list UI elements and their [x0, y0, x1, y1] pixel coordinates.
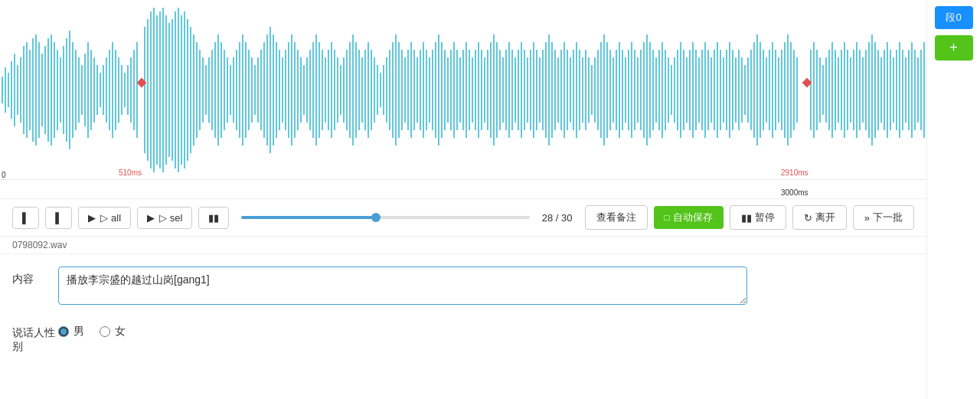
svg-rect-58 — [181, 15, 182, 165]
svg-rect-293 — [911, 42, 913, 138]
svg-rect-170 — [524, 50, 525, 130]
gender-female-label[interactable]: 女 — [100, 325, 126, 338]
drag-handle-left[interactable] — [136, 77, 148, 89]
svg-rect-30 — [90, 50, 92, 130]
svg-rect-171 — [527, 57, 528, 123]
add-btn[interactable]: + — [935, 35, 973, 61]
gender-male-radio[interactable] — [58, 326, 69, 337]
svg-rect-54 — [168, 23, 170, 157]
play-all-btn[interactable]: ▶ ▷ all — [78, 207, 131, 229]
gender-male-label[interactable]: 男 — [58, 325, 84, 338]
svg-rect-51 — [159, 11, 161, 168]
svg-rect-267 — [831, 42, 833, 138]
progress-fill — [241, 216, 376, 219]
check-note-btn[interactable]: 查看备注 — [585, 205, 648, 230]
prev-btn[interactable]: ▌ — [12, 207, 39, 229]
gender-content: 男 女 — [58, 320, 914, 338]
content-input[interactable]: 播放李宗盛的越过山岗[gang1] — [58, 267, 747, 305]
svg-rect-207 — [637, 57, 639, 123]
svg-rect-117 — [361, 57, 363, 123]
drag-handle-right[interactable] — [801, 77, 813, 89]
svg-rect-26 — [78, 57, 80, 123]
svg-rect-278 — [865, 50, 867, 130]
svg-rect-131 — [404, 57, 406, 123]
svg-rect-75 — [233, 57, 234, 123]
svg-rect-232 — [714, 50, 715, 130]
svg-rect-199 — [612, 57, 614, 123]
duan-btn[interactable]: 段0 — [935, 6, 973, 29]
svg-rect-28 — [84, 54, 86, 126]
svg-rect-256 — [787, 34, 789, 146]
svg-rect-179 — [551, 42, 553, 138]
svg-rect-56 — [175, 11, 176, 168]
svg-rect-82 — [254, 65, 256, 115]
svg-rect-266 — [828, 50, 830, 130]
progress-thumb[interactable] — [371, 213, 381, 222]
next-btn[interactable]: ▌ — [45, 207, 72, 229]
progress-track[interactable] — [241, 216, 529, 219]
svg-rect-189 — [582, 57, 583, 123]
svg-rect-286 — [890, 50, 891, 130]
svg-rect-24 — [72, 42, 74, 138]
svg-rect-4 — [11, 61, 12, 119]
svg-rect-109 — [337, 57, 338, 123]
svg-rect-84 — [260, 50, 262, 130]
progress-count: 28 / 30 — [542, 212, 573, 224]
svg-rect-91 — [282, 57, 283, 123]
next-icon: ▌ — [55, 212, 62, 224]
svg-rect-236 — [726, 50, 727, 130]
svg-rect-281 — [874, 42, 876, 138]
svg-rect-43 — [130, 57, 132, 123]
svg-rect-87 — [270, 27, 271, 153]
svg-rect-101 — [312, 42, 314, 138]
svg-rect-234 — [720, 50, 721, 130]
gender-female-radio[interactable] — [100, 326, 110, 337]
play-sel-btn[interactable]: ▶ ▷ sel — [137, 207, 192, 229]
svg-rect-270 — [841, 50, 842, 130]
radio-group: 男 女 — [58, 320, 914, 338]
svg-rect-80 — [248, 50, 250, 130]
controls-bar: ▌ ▌ ▶ ▷ all ▶ ▷ sel ▮▮ 28 / 30 查看 — [0, 199, 926, 237]
svg-rect-37 — [112, 42, 113, 138]
svg-rect-209 — [643, 42, 645, 138]
svg-rect-123 — [380, 73, 381, 107]
play-all-icon: ▶ — [88, 212, 96, 224]
svg-rect-130 — [401, 50, 403, 130]
svg-rect-94 — [291, 34, 292, 146]
svg-rect-95 — [294, 42, 296, 138]
leave-btn[interactable]: ↻ 离开 — [792, 205, 847, 230]
svg-rect-216 — [665, 50, 666, 130]
svg-marker-303 — [807, 78, 812, 88]
svg-rect-7 — [20, 57, 21, 123]
svg-rect-17 — [51, 34, 52, 146]
auto-save-btn[interactable]: □ 自动保存 — [654, 206, 724, 229]
svg-rect-161 — [496, 42, 498, 138]
svg-rect-25 — [75, 50, 77, 130]
leave-icon: ↻ — [804, 212, 812, 224]
svg-rect-190 — [585, 50, 586, 130]
svg-rect-192 — [591, 65, 593, 115]
waveform-container: 0 510ms 2910ms 3000ms — [0, 0, 926, 199]
svg-rect-100 — [309, 50, 311, 130]
next-batch-btn[interactable]: » 下一批 — [853, 205, 914, 230]
svg-rect-112 — [346, 50, 348, 130]
svg-rect-8 — [23, 46, 24, 134]
svg-rect-195 — [600, 42, 602, 138]
svg-rect-292 — [908, 50, 910, 130]
svg-rect-115 — [355, 42, 357, 138]
svg-rect-229 — [704, 42, 706, 138]
stop-btn[interactable]: ▮▮ — [198, 207, 229, 229]
svg-rect-220 — [677, 50, 678, 130]
svg-rect-5 — [14, 54, 15, 126]
svg-rect-244 — [750, 50, 752, 130]
content-input-wrap: 播放李宗盛的越过山岗[gang1] — [58, 267, 914, 308]
svg-rect-233 — [717, 42, 718, 138]
svg-rect-42 — [127, 65, 129, 115]
svg-rect-69 — [214, 42, 216, 138]
svg-rect-3 — [8, 73, 9, 107]
pause-btn[interactable]: ▮▮ 暂停 — [730, 205, 786, 230]
svg-rect-262 — [816, 50, 818, 130]
time-label-start: 510ms — [119, 168, 142, 177]
svg-rect-150 — [462, 50, 464, 130]
svg-rect-79 — [245, 42, 247, 138]
